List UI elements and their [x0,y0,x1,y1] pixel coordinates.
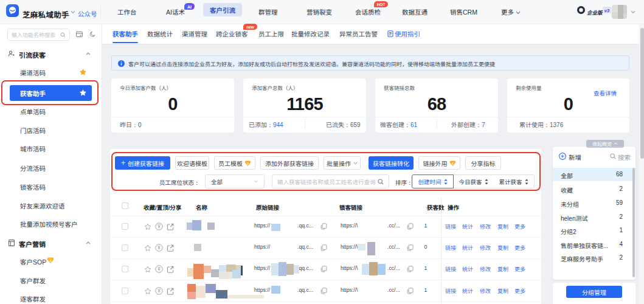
svg-text:V: V [49,258,52,263]
